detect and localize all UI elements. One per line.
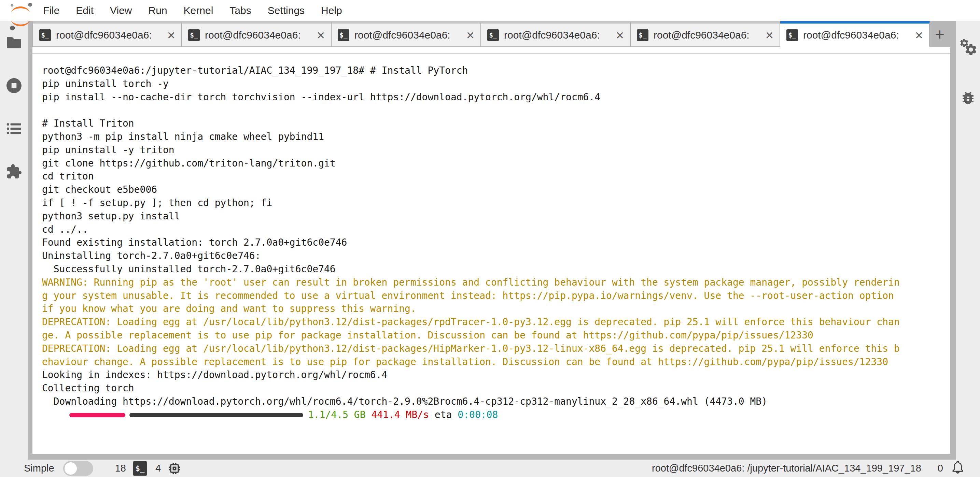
terminal-line: g your system unusable. It is recommende… [42,289,945,303]
running-sessions-icon[interactable] [5,77,22,94]
progress-stat: 441.4 MB/s [371,409,429,422]
menu-item-tabs[interactable]: Tabs [221,0,259,21]
terminal-line [42,104,945,117]
notifications-count[interactable]: 0 [938,463,943,474]
terminal-line: ehaviour change. A possible replacement … [42,355,945,369]
terminal-line: if you know what you are doing and want … [42,302,945,315]
tab-close-icon[interactable]: × [616,29,624,42]
status-bar-left: Simple 18 $_ 4 [24,461,182,476]
terminal-output: root@dfc96034e0a6:/jupyter-tutorial/AIAC… [42,64,945,422]
menu-bar: FileEditViewRunKernelTabsSettingsHelp [0,0,980,21]
menu-item-kernel[interactable]: Kernel [175,0,222,21]
menu-item-view[interactable]: View [102,0,140,21]
jupyterlab-window: FileEditViewRunKernelTabsSettingsHelp [0,0,980,477]
terminal-line: Successfully uninstalled torch-2.7.0a0+g… [42,263,945,276]
progress-bar-complete [69,413,125,417]
terminal-line: Downloading https://download.pytorch.org… [42,395,945,409]
table-of-contents-icon[interactable] [5,120,22,137]
tab-label: root@dfc96034e0a6: [355,29,450,41]
progress-stat: 0:00:08 [458,409,498,422]
terminal-line: git clone https://github.com/triton-lang… [42,157,945,170]
terminal-line: Uninstalling torch-2.7.0a0+git6c0e746: [42,249,945,263]
tab-close-icon[interactable]: × [317,29,325,42]
jupyter-logo-icon [5,2,35,21]
status-bar: Simple 18 $_ 4 root@dfc96034e0a6: /jupyt… [0,460,980,477]
terminal-line: if [ ! -f setup.py ]; then cd python; fi [42,197,945,210]
terminal-line: python3 -m pip install ninja cmake wheel… [42,130,945,144]
terminal-line: WARNING: Running pip as the 'root' user … [42,276,945,289]
tab-close-icon[interactable]: × [167,29,175,42]
tab-label: root@dfc96034e0a6: [654,29,749,41]
progress-stat [366,409,372,422]
terminal-line: 1.1/4.5 GB 441.4 MB/s eta 0:00:08 [42,409,945,422]
simple-mode-label: Simple [24,463,54,474]
tab-close-icon[interactable]: × [466,29,474,42]
menu-item-edit[interactable]: Edit [68,0,102,21]
terminal-line: git checkout e5be006 [42,183,945,197]
terminal-tab-icon: $_ [188,29,200,41]
terminal-line: DEPRECATION: Loading egg at /usr/local/l… [42,315,945,329]
terminal-panel[interactable]: root@dfc96034e0a6:/jupyter-tutorial/AIAC… [32,47,950,454]
dock-panel: $_root@dfc96034e0a6:×$_root@dfc96034e0a6… [28,21,956,460]
tab-bar: $_root@dfc96034e0a6:×$_root@dfc96034e0a6… [32,21,950,47]
terminal-tab-4[interactable]: $_root@dfc96034e0a6:× [481,21,631,47]
property-inspector-icon[interactable] [959,38,977,55]
toggle-knob [65,462,77,475]
progress-bar-remaining [129,413,303,417]
new-tab-button[interactable]: + [930,21,950,47]
terminal-tab-icon: $_ [39,29,51,41]
terminal-line: Looking in indexes: https://download.pyt… [42,369,945,382]
terminal-line: python3 setup.py install [42,210,945,223]
terminal-line: ge. A possible replacement is to use pip… [42,329,945,342]
terminal-line: DEPRECATION: Loading egg at /usr/local/l… [42,342,945,355]
menu-item-help[interactable]: Help [313,0,350,21]
tab-label: root@dfc96034e0a6: [504,29,600,41]
terminal-line: pip uninstall -y triton [42,144,945,157]
menu-item-settings[interactable]: Settings [259,0,313,21]
tab-label: root@dfc96034e0a6: [56,29,152,41]
tab-label: root@dfc96034e0a6: [205,29,301,41]
tab-label: root@dfc96034e0a6: [803,29,899,41]
terminal-tab-icon: $_ [487,29,499,41]
terminal-tab-3[interactable]: $_root@dfc96034e0a6:× [332,21,481,47]
progress-stat: 1.1/4.5 GB [308,409,366,422]
terminal-line: cd ../.. [42,223,945,236]
terminal-line: Collecting torch [42,382,945,395]
left-sidebar [0,21,28,460]
terminal-line: Found existing installation: torch 2.7.0… [42,236,945,249]
terminal-line: cd triton [42,170,945,183]
terminal-line: # Install Triton [42,117,945,130]
session-path-label[interactable]: root@dfc96034e0a6: /jupyter-tutorial/AIA… [652,463,921,474]
kernel-icon [167,461,182,476]
menu-item-run[interactable]: Run [140,0,175,21]
terminal-tab-icon: $_ [338,29,349,41]
terminal-tab-5[interactable]: $_root@dfc96034e0a6:× [631,21,780,47]
terminal-line: pip install --no-cache-dir torch torchvi… [42,91,945,104]
panel-divider [32,53,950,54]
terminal-line: root@dfc96034e0a6:/jupyter-tutorial/AIAC… [42,64,945,78]
status-bar-right: root@dfc96034e0a6: /jupyter-tutorial/AIA… [652,460,965,477]
simple-mode-toggle[interactable] [63,461,93,476]
terminals-count[interactable]: 18 [115,463,126,474]
terminal-line: pip uninstall torch -y [42,78,945,91]
menu-items: FileEditViewRunKernelTabsSettingsHelp [35,0,350,21]
tab-close-icon[interactable]: × [915,29,923,42]
bell-icon[interactable] [951,460,965,477]
right-sidebar [956,21,980,460]
kernels-count[interactable]: 4 [155,463,161,474]
terminal-tab-6[interactable]: $_root@dfc96034e0a6:× [780,21,930,47]
extension-manager-icon[interactable] [5,163,22,180]
terminal-tab-icon: $_ [637,29,648,41]
file-browser-icon[interactable] [5,34,22,51]
terminal-tab-1[interactable]: $_root@dfc96034e0a6:× [32,21,182,47]
progress-stat: eta [429,409,458,422]
terminal-icon: $_ [133,461,147,475]
terminal-tab-icon: $_ [786,29,798,41]
tab-close-icon[interactable]: × [765,29,773,42]
debugger-icon[interactable] [959,89,977,106]
menu-item-file[interactable]: File [35,0,68,21]
terminal-tab-2[interactable]: $_root@dfc96034e0a6:× [182,21,332,47]
